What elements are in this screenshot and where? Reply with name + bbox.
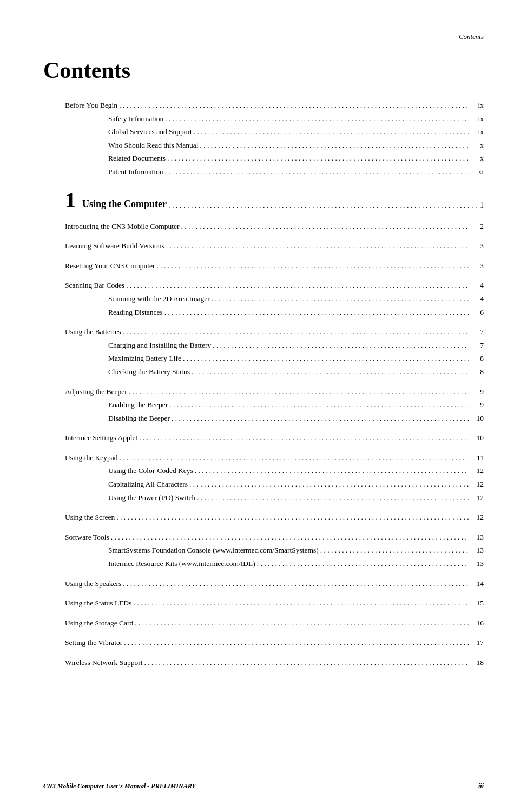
toc-label: Related Documents	[108, 152, 166, 164]
toc-page: 12	[470, 492, 484, 504]
toc-page: xi	[470, 166, 484, 178]
toc-label: Using the Status LEDs	[65, 597, 131, 609]
toc-entry-enabling-beeper: Enabling the Beeper 9	[108, 399, 484, 411]
toc-dots	[135, 617, 469, 630]
section-scanning: Scanning Bar Codes 4 Scanning with the 2…	[65, 279, 484, 318]
chapter-1-heading: 1 Using the Computer 1	[65, 189, 484, 211]
toc-label: Intermec Settings Applet	[65, 432, 137, 444]
toc-entry-maximizing-battery: Maximizing Battery Life 8	[108, 352, 484, 365]
toc-entry-introducing: Introducing the CN3 Mobile Computer 2	[65, 221, 484, 233]
toc-label: Disabling the Beeper	[108, 412, 170, 424]
toc-dots	[116, 511, 469, 524]
toc-entry-smartsystems: SmartSystems Foundation Console (www.int…	[108, 544, 484, 557]
toc-label: SmartSystems Foundation Console (www.int…	[108, 544, 319, 556]
toc-entry-intermec-settings: Intermec Settings Applet 10	[65, 432, 484, 444]
section-introducing: Introducing the CN3 Mobile Computer 2	[65, 221, 484, 233]
toc-dots	[194, 126, 469, 138]
section-learning-software: Learning Software Build Versions 3	[65, 240, 484, 252]
toc-dots	[144, 657, 469, 669]
toc-page: 6	[470, 307, 484, 318]
toc-label: Using the Speakers	[65, 578, 121, 590]
toc-page: 2	[470, 221, 484, 232]
section-wireless: Wireless Network Support 18	[65, 657, 484, 669]
toc-page: x	[470, 139, 484, 151]
toc-section-before-you-begin: Before You Begin ix Safety Information i…	[65, 99, 484, 178]
toc-dots	[197, 492, 469, 504]
toc-entry-charging: Charging and Installing the Battery 7	[108, 340, 484, 352]
toc-page: ix	[470, 99, 484, 111]
toc-page: 8	[470, 352, 484, 364]
toc-page: 4	[470, 293, 484, 305]
toc-page: 3	[470, 240, 484, 252]
toc-dots	[119, 99, 469, 112]
toc-label: Adjusting the Beeper	[65, 386, 127, 398]
toc-entry-global-services: Global Services and Support ix	[108, 126, 484, 138]
toc-entry-resetting: Resetting Your CN3 Computer 3	[65, 260, 484, 272]
toc-label: Capitalizing All Characters	[108, 478, 188, 490]
toc-page: 12	[470, 478, 484, 490]
toc-label: Setting the Vibrator	[65, 637, 122, 649]
footer-title: CN3 Mobile Computer User's Manual - PREL…	[43, 782, 196, 790]
toc-page: ix	[470, 113, 484, 125]
toc-label: Using the Batteries	[65, 326, 121, 338]
toc-label: Using the Storage Card	[65, 617, 133, 629]
toc-dots	[139, 432, 469, 444]
toc-entry-storage-card: Using the Storage Card 16	[65, 617, 484, 630]
toc-page: 12	[470, 465, 484, 477]
toc-label: Using the Color-Coded Keys	[108, 465, 193, 477]
toc-label: Scanning Bar Codes	[65, 279, 124, 291]
toc-label: Learning Software Build Versions	[65, 240, 164, 252]
toc-dots	[189, 478, 469, 491]
toc-dots	[257, 558, 469, 570]
toc-entry-beeper: Adjusting the Beeper 9	[65, 386, 484, 398]
toc-entry-screen: Using the Screen 12	[65, 511, 484, 524]
toc-label: Patent Information	[108, 166, 163, 178]
toc-entry-before-you-begin: Before You Begin ix	[65, 99, 484, 112]
section-software-tools: Software Tools 13 SmartSystems Foundatio…	[65, 531, 484, 570]
toc-entry-capitalizing: Capitalizing All Characters 12	[108, 478, 484, 491]
section-keypad: Using the Keypad 11 Using the Color-Code…	[65, 452, 484, 504]
table-of-contents: Before You Begin ix Safety Information i…	[65, 99, 484, 669]
toc-entry-disabling-beeper: Disabling the Beeper 10	[108, 412, 484, 425]
toc-dots	[195, 465, 469, 477]
page-header: Contents	[43, 32, 484, 41]
toc-entry-scanning: Scanning Bar Codes 4	[65, 279, 484, 292]
toc-label: Global Services and Support	[108, 126, 192, 138]
toc-entry-2d-imager: Scanning with the 2D Area Imager 4	[108, 293, 484, 305]
toc-entry-vibrator: Setting the Vibrator 17	[65, 637, 484, 649]
toc-page: 9	[470, 399, 484, 411]
toc-dots	[192, 366, 469, 378]
page-title: Contents	[43, 57, 484, 83]
chapter-dots	[168, 201, 478, 211]
toc-entry-patent-information: Patent Information xi	[108, 166, 484, 178]
toc-label: Enabling the Beeper	[108, 399, 168, 411]
section-vibrator: Setting the Vibrator 17	[65, 637, 484, 649]
toc-dots	[122, 326, 469, 338]
section-speakers: Using the Speakers 14	[65, 578, 484, 590]
toc-dots	[119, 452, 469, 464]
toc-page: 17	[470, 637, 484, 649]
toc-dots	[167, 152, 469, 165]
toc-entry-keypad: Using the Keypad 11	[65, 452, 484, 464]
chapter-title: Using the Computer	[82, 198, 167, 210]
toc-page: 9	[470, 386, 484, 398]
toc-page: 13	[470, 558, 484, 570]
toc-page: x	[470, 152, 484, 164]
section-storage-card: Using the Storage Card 16	[65, 617, 484, 630]
toc-page: 7	[470, 340, 484, 351]
toc-entry-related-documents: Related Documents x	[108, 152, 484, 165]
toc-entry-batteries: Using the Batteries 7	[65, 326, 484, 338]
section-beeper: Adjusting the Beeper 9 Enabling the Beep…	[65, 386, 484, 425]
toc-dots	[129, 386, 469, 398]
toc-page: 18	[470, 657, 484, 669]
toc-entry-wireless: Wireless Network Support 18	[65, 657, 484, 669]
toc-label: Safety Information	[108, 113, 163, 125]
toc-entry-resource-kits: Intermec Resource Kits (www.intermec.com…	[108, 558, 484, 570]
toc-label: Using the Power (I/O) Switch	[108, 492, 195, 504]
toc-dots	[165, 113, 469, 125]
page: Contents Contents Before You Begin ix Sa…	[0, 0, 527, 812]
toc-label: Who Should Read this Manual	[108, 139, 198, 151]
toc-entry-power-switch: Using the Power (I/O) Switch 12	[108, 492, 484, 504]
toc-label: Checking the Battery Status	[108, 366, 190, 378]
toc-label: Wireless Network Support	[65, 657, 142, 669]
